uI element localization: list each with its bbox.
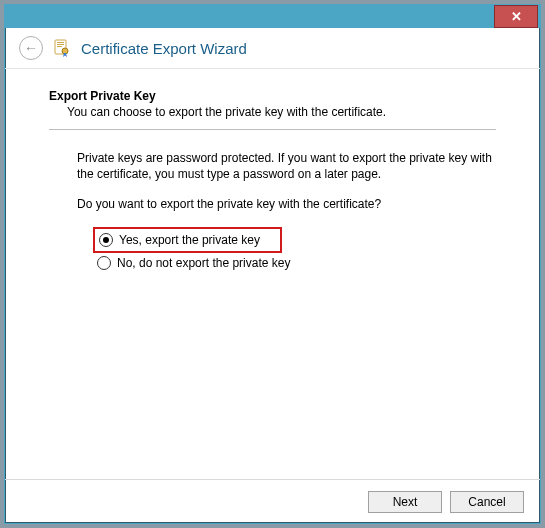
back-button[interactable]: ← [19, 36, 43, 60]
cancel-button[interactable]: Cancel [450, 491, 524, 513]
wizard-title: Certificate Export Wizard [81, 40, 247, 57]
radio-yes-indicator [99, 233, 113, 247]
wizard-footer: Next Cancel [5, 479, 540, 523]
svg-rect-2 [57, 44, 64, 45]
radio-no-label: No, do not export the private key [117, 255, 290, 271]
divider [49, 129, 496, 130]
close-icon: ✕ [511, 9, 522, 24]
svg-rect-3 [57, 46, 62, 47]
highlight-box: Yes, export the private key [93, 227, 282, 253]
next-button[interactable]: Next [368, 491, 442, 513]
wizard-window: ✕ ← Certificate Export Wizard Export Pri… [4, 4, 541, 524]
radio-no-indicator [97, 256, 111, 270]
wizard-header: ← Certificate Export Wizard [5, 28, 540, 69]
radio-option-yes[interactable]: Yes, export the private key [97, 230, 262, 250]
question-text: Do you want to export the private key wi… [77, 196, 492, 212]
close-button[interactable]: ✕ [494, 5, 538, 28]
back-arrow-icon: ← [24, 40, 38, 56]
explain-text: Private keys are password protected. If … [77, 150, 492, 182]
section-body: Private keys are password protected. If … [49, 150, 496, 273]
radio-yes-label: Yes, export the private key [119, 232, 260, 248]
section-heading: Export Private Key [49, 89, 496, 103]
certificate-icon [53, 39, 71, 57]
svg-rect-1 [57, 42, 64, 43]
titlebar: ✕ [5, 5, 540, 28]
section-subtitle: You can choose to export the private key… [49, 105, 496, 119]
radio-option-no[interactable]: No, do not export the private key [95, 253, 492, 273]
wizard-content: Export Private Key You can choose to exp… [5, 69, 540, 479]
